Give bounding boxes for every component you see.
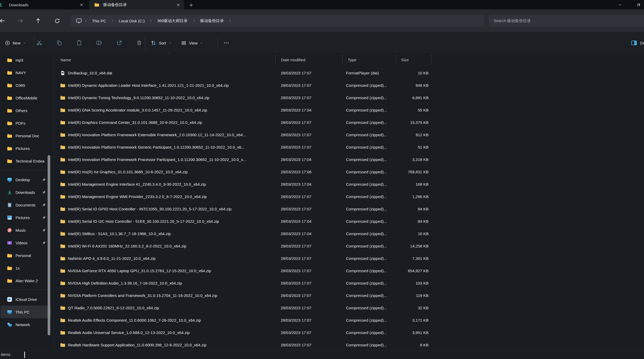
details-pane-button[interactable]: De	[631, 37, 644, 49]
file-row[interactable]: Realtek Audio Effects Component_11.0.600…	[55, 314, 644, 326]
file-row[interactable]: Intel(R) Graphics Command Center_31.0.10…	[55, 116, 644, 129]
file-row[interactable]: Realtek Hardware Support Application_11.…	[55, 339, 644, 350]
sort-button[interactable]: Sort	[148, 37, 174, 49]
sidebar-pinned-item[interactable]: 1x	[1, 262, 51, 274]
sidebar-pinned-item[interactable]: Personal	[1, 249, 51, 262]
file-row[interactable]: Intel(R) GNA Scoring Accelerator module_…	[55, 104, 644, 116]
sidebar-scrollbar[interactable]	[48, 155, 50, 335]
file-size: 103 KB	[396, 281, 432, 285]
new-label: New	[13, 41, 21, 45]
sidebar-pinned-item[interactable]: Desktop	[1, 173, 51, 186]
new-tab-button[interactable]	[187, 1, 195, 9]
file-row[interactable]: Intel(R) Innovation Platform Framework E…	[55, 129, 644, 141]
sidebar-pinned-item[interactable]: Alan Wake 2	[1, 274, 51, 287]
file-rows: DrvBackup_10.0_x64.dat 28/03/2023 17:07 …	[55, 67, 644, 350]
minimize-button[interactable]	[616, 1, 623, 8]
rename-button[interactable]	[93, 37, 105, 49]
breadcrumb-item[interactable]: 驱动备份目录	[198, 17, 227, 24]
tab-downloads[interactable]: Downloads	[0, 0, 87, 9]
close-tab-icon[interactable]	[78, 1, 85, 8]
file-row[interactable]: Intel(R) Management Engine Interface #1_…	[55, 178, 644, 190]
file-name: Intel(R) Graphics Command Center_31.0.10…	[68, 120, 202, 125]
file-row[interactable]: Intel(R) Iris(R) Xe Graphics_31.0.101.36…	[55, 166, 644, 178]
search-placeholder: Search 驱动备份目录	[494, 18, 531, 23]
sidebar-pinned-item[interactable]: Pictures	[1, 211, 51, 224]
file-row[interactable]: Intel(R) Serial IO GPIO Host Controller …	[55, 203, 644, 215]
sidebar-item-icon	[7, 253, 12, 258]
breadcrumb-item[interactable]: 360驱动大师目录	[155, 17, 190, 24]
file-row[interactable]: QT Radio_7.0.5000.22621_6-12-2022_10.0_x…	[55, 302, 644, 314]
refresh-button[interactable]	[53, 16, 62, 25]
file-type: Compressed (zipped)...	[342, 194, 396, 199]
file-row[interactable]: Intel(R) Innovation Platform Framework P…	[55, 153, 644, 166]
file-row[interactable]: Intel(R) Serial IO I2C Host Controller -…	[55, 215, 644, 227]
chevron-right-icon[interactable]	[191, 19, 197, 22]
close-tab-icon[interactable]	[175, 1, 182, 8]
sidebar-system-item[interactable]: iCloud Drive	[1, 293, 51, 306]
file-row[interactable]: Intel(R) Management Engine WMI Provider_…	[55, 190, 644, 203]
file-row[interactable]: NVIDIA GeForce RTX 4050 Laptop GPU_31.0.…	[55, 265, 644, 277]
sidebar-folder-item[interactable]: Technical Endea	[1, 155, 51, 167]
sidebar-folder-item[interactable]: Pictures	[1, 142, 51, 155]
file-date-modified: 28/03/2023 17:07	[275, 207, 342, 211]
sidebar-folder-item[interactable]: O365	[1, 79, 51, 92]
file-row[interactable]: Intel(R) Dynamic Tuning Technology_9.0.1…	[55, 92, 644, 104]
paste-button[interactable]	[73, 37, 85, 49]
restore-button[interactable]	[635, 1, 642, 8]
file-type-icon	[60, 317, 66, 323]
up-button[interactable]	[34, 16, 43, 25]
sidebar-folder-item[interactable]: OfficeMobile	[1, 92, 51, 104]
sidebar-folder-item[interactable]: PDFs	[1, 117, 51, 129]
sidebar-folder-item[interactable]: Personal Doc	[1, 129, 51, 142]
forward-button[interactable]	[16, 16, 25, 25]
chevron-right-icon[interactable]	[228, 19, 233, 22]
view-button[interactable]: View	[178, 37, 206, 49]
new-button[interactable]: New	[2, 37, 29, 49]
sidebar-item-label: iCloud Drive	[16, 297, 51, 302]
file-type-icon	[60, 70, 66, 76]
sidebar-system-item[interactable]: Network	[1, 318, 51, 331]
sidebar-folder-item[interactable]: mp3	[1, 54, 51, 66]
sidebar-pinned-item[interactable]: Downloads	[1, 186, 51, 199]
breadcrumb-item[interactable]: Local Disk (C:)	[116, 18, 147, 24]
tab-drive-backup[interactable]: 驱动备份目录	[89, 0, 184, 9]
column-header-name[interactable]: Name	[55, 54, 275, 65]
file-row[interactable]: Intel(R) Innovation Platform Framework G…	[55, 141, 644, 153]
status-bar-divider	[24, 352, 25, 358]
share-button[interactable]	[113, 37, 125, 49]
file-row[interactable]: NVIDIA High Definition Audio_1.3.39.16_7…	[55, 277, 644, 289]
back-button[interactable]	[0, 16, 7, 25]
more-options-button[interactable]	[220, 37, 232, 49]
breadcrumb-item[interactable]: This PC	[89, 18, 109, 24]
file-row[interactable]: DrvBackup_10.0_x64.dat 28/03/2023 17:07 …	[55, 67, 644, 79]
chevron-right-icon[interactable]	[148, 19, 154, 22]
column-header-type[interactable]: Type	[342, 54, 396, 65]
sidebar-pinned-item[interactable]: Documents	[1, 199, 51, 211]
folder-icon	[7, 146, 12, 151]
file-row[interactable]: Intel(R) Dynamic Application Loader Host…	[55, 79, 644, 92]
file-row[interactable]: Intel(R) Wi-Fi 6 AX201 160MHz_22.160.3.2…	[55, 240, 644, 252]
copy-button[interactable]	[53, 37, 65, 49]
search-input[interactable]: Search 驱动备份目录	[489, 15, 644, 27]
sidebar-folder-item[interactable]: NAVY	[1, 66, 51, 79]
plus-circle-icon	[5, 40, 10, 46]
file-row[interactable]: NVIDIA Platform Controllers and Framewor…	[55, 289, 644, 302]
chevron-right-icon[interactable]	[83, 19, 88, 22]
sidebar-pinned-item[interactable]: Music	[1, 224, 51, 236]
cut-button[interactable]	[33, 37, 45, 49]
file-name: Intel(R) Serial IO I2C Host Controller -…	[68, 219, 219, 224]
sidebar-system-item[interactable]: This PC	[1, 306, 51, 318]
file-row[interactable]: Realtek Audio Universal Service_1.0.588.…	[55, 326, 644, 339]
sidebar-pinned-item[interactable]: Videos	[1, 236, 51, 249]
file-row[interactable]: Intel(R) SMBus - 51A3_10.1.36.7_7-18-196…	[55, 227, 644, 240]
sidebar-item-label: O365	[16, 83, 51, 88]
column-header-date-modified[interactable]: Date modified	[275, 54, 342, 65]
chevron-right-icon[interactable]	[110, 19, 115, 22]
delete-button[interactable]	[133, 37, 145, 49]
file-type-icon	[60, 120, 66, 125]
file-name: Intel(R) Innovation Platform Framework G…	[68, 145, 245, 149]
column-header-size[interactable]: Size	[396, 54, 432, 65]
file-row[interactable]: Nahimic APO 4_4.9.6.0_11-21-2022_10.0_x6…	[55, 252, 644, 265]
sidebar-item-label: Network	[16, 322, 51, 327]
sidebar-folder-item[interactable]: Others	[1, 104, 51, 117]
